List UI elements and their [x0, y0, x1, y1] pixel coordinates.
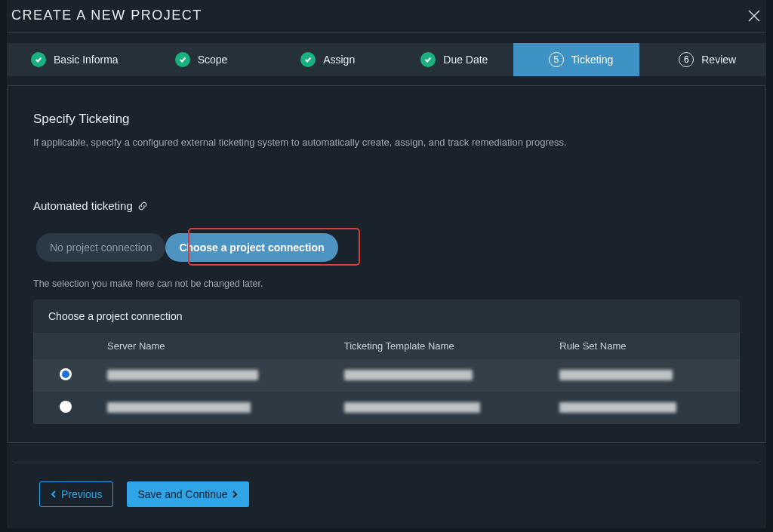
column-select: [33, 333, 98, 359]
step-assign[interactable]: Assign: [260, 43, 386, 76]
no-project-connection-button[interactable]: No project connection: [36, 233, 165, 262]
table-title: Choose a project connection: [33, 300, 740, 333]
wizard-stepper: Basic Informa Scope Assign Due Date 5 Ti…: [7, 43, 766, 76]
step-index: 5: [549, 52, 564, 67]
modal-header: CREATE A NEW PROJECT: [7, 0, 766, 33]
previous-button-label: Previous: [61, 488, 102, 500]
link-icon: [137, 201, 148, 211]
table-row[interactable]: [33, 392, 740, 424]
modal-title: CREATE A NEW PROJECT: [11, 8, 202, 23]
connection-table: Choose a project connection Server Name …: [33, 300, 740, 424]
column-template-name: Ticketing Template Name: [335, 333, 551, 359]
automated-ticketing-header: Automated ticketing: [33, 199, 740, 212]
step-review[interactable]: 6 Review: [639, 43, 766, 76]
check-icon: [31, 52, 46, 67]
step-label: Ticketing: [571, 54, 614, 66]
automated-ticketing-label: Automated ticketing: [33, 199, 133, 212]
table-row[interactable]: [33, 359, 740, 392]
redacted-text: [559, 402, 676, 413]
chevron-right-icon: [231, 490, 239, 498]
chevron-left-icon: [51, 490, 58, 498]
section-title: Specify Ticketing: [33, 112, 740, 127]
step-label: Due Date: [443, 54, 488, 66]
step-basic-information[interactable]: Basic Informa: [7, 43, 134, 76]
check-icon: [175, 52, 190, 67]
step-label: Review: [701, 54, 736, 66]
redacted-text: [107, 402, 251, 413]
step-index: 6: [679, 52, 694, 67]
check-icon: [420, 52, 436, 67]
section-description: If applicable, specify a configured exte…: [33, 136, 740, 149]
row-radio[interactable]: [60, 368, 72, 380]
step-label: Scope: [198, 54, 228, 66]
wizard-footer: Previous Save and Continue: [14, 463, 759, 525]
ticketing-panel: Specify Ticketing If applicable, specify…: [7, 85, 766, 443]
previous-button[interactable]: Previous: [39, 481, 113, 507]
redacted-text: [344, 370, 473, 380]
table-header-row: Server Name Ticketing Template Name Rule…: [33, 333, 740, 359]
selection-note: The selection you make here can not be c…: [33, 278, 740, 289]
row-radio[interactable]: [60, 401, 72, 413]
column-ruleset-name: Rule Set Name: [550, 333, 740, 359]
save-and-continue-label: Save and Continue: [137, 488, 227, 500]
column-server-name: Server Name: [98, 333, 335, 359]
connection-toggle: No project connection Choose a project c…: [33, 230, 341, 265]
redacted-text: [344, 402, 480, 413]
choose-project-connection-button[interactable]: Choose a project connection: [165, 233, 337, 262]
redacted-text: [559, 370, 673, 380]
step-scope[interactable]: Scope: [134, 43, 260, 76]
step-label: Basic Informa: [54, 54, 119, 66]
close-icon[interactable]: [747, 8, 762, 23]
redacted-text: [107, 370, 258, 380]
create-project-modal: CREATE A NEW PROJECT Basic Informa Scope…: [7, 0, 766, 528]
step-due-date[interactable]: Due Date: [386, 43, 513, 76]
step-ticketing[interactable]: 5 Ticketing: [513, 43, 640, 76]
check-icon: [300, 52, 316, 67]
save-and-continue-button[interactable]: Save and Continue: [127, 481, 248, 507]
step-label: Assign: [323, 54, 355, 66]
